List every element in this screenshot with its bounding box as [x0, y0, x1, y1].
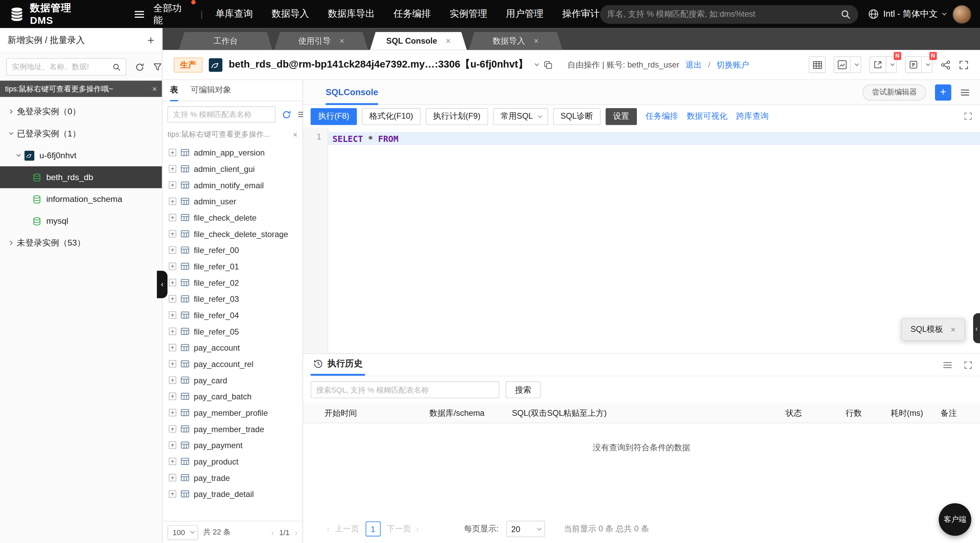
history-tab[interactable]: 执行历史 [311, 354, 365, 376]
tree-database[interactable]: information_schema [0, 188, 162, 210]
chart-icon[interactable] [834, 56, 850, 73]
sql-template-chip[interactable]: SQL模板 × [901, 318, 965, 341]
console-menu-icon[interactable] [960, 87, 970, 97]
expand-icon[interactable]: + [169, 376, 176, 384]
locale-switcher[interactable]: Intl - 简体中文 [868, 8, 945, 20]
search-icon[interactable] [113, 63, 121, 71]
sql-editor[interactable]: 1 SELECT * FROM SQL模板 × [303, 127, 980, 354]
history-menu-icon[interactable] [942, 360, 952, 370]
table-row[interactable]: + admin_user [163, 193, 303, 209]
cross-db-query-link[interactable]: 跨库查询 [736, 110, 768, 122]
table-row[interactable]: + admin_notify_email [163, 177, 303, 193]
tab-workbench[interactable]: 工作台 [179, 32, 272, 50]
top-nav-item[interactable]: 单库查询 [215, 8, 253, 20]
table-row[interactable]: + file_refer_01 [163, 258, 303, 275]
table-view-button[interactable] [809, 56, 826, 73]
history-search-button[interactable]: 搜索 [506, 381, 541, 398]
current-page-button[interactable]: 1 [366, 522, 380, 537]
table-row[interactable]: + file_refer_05 [163, 323, 303, 340]
tree-database-selected[interactable]: beth_rds_db [0, 166, 162, 188]
expand-icon[interactable]: + [169, 263, 176, 270]
prev-page-button[interactable]: 上一页 [335, 523, 359, 535]
table-row[interactable]: + file_refer_00 [163, 242, 303, 258]
tree-instance-node[interactable]: u-6fj0nhvt [0, 144, 162, 166]
tree-group-unlogged-instances[interactable]: 未登录实例（53） [0, 232, 162, 254]
table-row[interactable]: + pay_account [163, 339, 303, 356]
close-icon[interactable]: × [340, 36, 344, 45]
table-search-input[interactable] [173, 110, 270, 119]
close-icon[interactable]: × [951, 324, 956, 334]
avatar[interactable] [953, 5, 971, 24]
brand[interactable]: 数据管理DMS [9, 2, 94, 26]
common-sql-dropdown[interactable]: 常用SQL [493, 108, 548, 124]
next-page-icon[interactable]: › [416, 524, 419, 534]
table-row[interactable]: + file_refer_03 [163, 291, 303, 307]
close-icon[interactable]: × [534, 36, 539, 45]
tree-database[interactable]: mysql [0, 210, 162, 232]
expand-icon[interactable]: + [169, 165, 176, 173]
history-fullscreen-icon[interactable] [964, 360, 972, 369]
settings-button[interactable]: 设置 [606, 108, 637, 124]
editor-fullscreen-icon[interactable] [964, 112, 972, 121]
history-search-input[interactable] [316, 385, 494, 394]
expand-icon[interactable]: + [169, 311, 176, 319]
sql-line-1[interactable]: SELECT * FROM [328, 132, 980, 145]
expand-icon[interactable]: + [169, 214, 176, 221]
expand-icon[interactable]: + [169, 409, 176, 416]
data-visualization-link[interactable]: 数据可视化 [687, 110, 727, 122]
tab-guide[interactable]: 使用引导 × [275, 32, 368, 50]
logout-link[interactable]: 退出 [686, 59, 702, 70]
expand-icon[interactable]: + [169, 458, 176, 465]
all-features-menu[interactable]: 全部功能 [153, 2, 191, 26]
tree-group-logged-instances[interactable]: 已登录实例（1） [0, 123, 162, 144]
expand-icon[interactable]: + [169, 149, 176, 156]
expand-icon[interactable]: + [169, 295, 176, 303]
table-row[interactable]: + pay_card_batch [163, 388, 303, 404]
top-nav-item[interactable]: 数据库导出 [328, 8, 374, 20]
chevron-down-icon[interactable] [851, 56, 861, 73]
add-instance-plus-button[interactable]: + [147, 35, 154, 46]
table-row[interactable]: + file_check_delete_storage [163, 226, 303, 242]
sidebar-collapse-handle[interactable]: ‹ [157, 271, 167, 298]
filter-icon[interactable] [153, 62, 162, 71]
add-console-button[interactable]: + [935, 84, 951, 100]
table-row[interactable]: + pay_payment [163, 437, 303, 453]
copy-icon[interactable] [544, 61, 552, 69]
table-row[interactable]: + pay_member_profile [163, 404, 303, 421]
share-icon[interactable] [941, 60, 951, 70]
execute-plan-icon[interactable] [905, 56, 922, 73]
refresh-icon[interactable] [282, 110, 291, 119]
expand-icon[interactable]: + [169, 474, 176, 481]
prev-page-icon[interactable]: ‹ [271, 527, 274, 537]
table-row[interactable]: + file_refer_02 [163, 275, 303, 291]
explain-button[interactable]: 执行计划(F9) [426, 108, 488, 124]
expand-icon[interactable]: + [169, 425, 176, 433]
editor-code-area[interactable]: SELECT * FROM [328, 127, 980, 354]
top-nav-item[interactable]: 实例管理 [450, 8, 487, 20]
tab-data-import[interactable]: 数据导入 × [469, 32, 563, 50]
table-row[interactable]: + admin_client_gui [163, 161, 303, 177]
format-button[interactable]: 格式化(F10) [362, 108, 420, 124]
sqlconsole-tab[interactable]: SQLConsole [326, 81, 378, 105]
right-panel-collapse-handle[interactable]: ‹ [973, 313, 980, 343]
expand-icon[interactable]: + [169, 344, 176, 351]
table-row[interactable]: + pay_account_rel [163, 356, 303, 372]
global-search-input[interactable] [607, 9, 836, 18]
search-icon[interactable] [841, 9, 851, 19]
expand-icon[interactable]: + [169, 490, 176, 498]
expand-icon[interactable]: + [169, 182, 176, 189]
switch-account-link[interactable]: 切换账户 [716, 59, 749, 70]
sql-diagnose-button[interactable]: SQL诊断 [553, 108, 600, 124]
execute-button[interactable]: 执行(F8) [311, 108, 357, 124]
page-size-select[interactable]: 100 [167, 525, 198, 540]
expand-icon[interactable]: + [169, 230, 176, 238]
instance-search-input[interactable] [12, 62, 109, 71]
tab-editable-objects[interactable]: 可编辑对象 [191, 80, 231, 101]
close-icon[interactable]: × [446, 36, 451, 45]
prev-page-icon[interactable]: ‹ [327, 524, 330, 534]
close-icon[interactable]: × [293, 130, 298, 139]
expand-icon[interactable]: + [169, 360, 176, 368]
next-page-icon[interactable]: › [294, 527, 298, 537]
top-nav-item[interactable]: 用户管理 [506, 8, 544, 20]
table-row[interactable]: + file_refer_04 [163, 307, 303, 323]
